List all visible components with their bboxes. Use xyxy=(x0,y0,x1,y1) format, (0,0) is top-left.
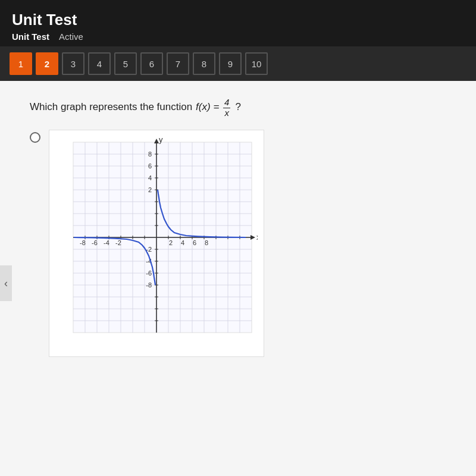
prev-arrow[interactable]: ‹ xyxy=(0,265,12,301)
content-area: ‹ Which graph represents the function f(… xyxy=(0,81,476,476)
question-text: Which graph represents the function f(x)… xyxy=(30,98,452,118)
nav-btn-6[interactable]: 6 xyxy=(140,52,163,75)
question-suffix: ? xyxy=(235,101,240,113)
question-prefix: Which graph represents the function xyxy=(30,101,192,113)
nav-btn-1[interactable]: 1 xyxy=(10,52,32,75)
svg-text:8: 8 xyxy=(148,151,152,158)
svg-marker-34 xyxy=(154,139,159,143)
svg-text:4: 4 xyxy=(181,239,184,246)
nav-btn-4[interactable]: 4 xyxy=(88,52,111,75)
page-title: Unit Test xyxy=(12,11,464,29)
function-label: f(x) = 4 x xyxy=(196,98,231,118)
answer-option-1: x y -8 -6 -4 -2 2 4 6 8 8 6 4 2 -2 -4 -6… xyxy=(30,130,452,357)
svg-text:2: 2 xyxy=(148,186,152,193)
nav-btn-3[interactable]: 3 xyxy=(62,52,84,75)
nav-btn-2[interactable]: 2 xyxy=(36,52,58,75)
svg-text:2: 2 xyxy=(169,239,173,246)
nav-btn-10[interactable]: 10 xyxy=(245,52,268,75)
nav-btn-8[interactable]: 8 xyxy=(193,52,215,75)
svg-text:-8: -8 xyxy=(80,239,86,246)
unit-test-label: Unit Test xyxy=(12,32,49,42)
svg-text:-2: -2 xyxy=(115,239,121,246)
nav-btn-5[interactable]: 5 xyxy=(114,52,137,75)
svg-text:6: 6 xyxy=(193,239,196,246)
nav-btn-9[interactable]: 9 xyxy=(219,52,242,75)
radio-button-1[interactable] xyxy=(30,132,40,143)
fraction: 4 x xyxy=(223,98,230,118)
svg-text:8: 8 xyxy=(205,239,208,246)
nav-btn-7[interactable]: 7 xyxy=(167,52,189,75)
y-axis-label: y xyxy=(159,136,163,144)
header-subtitle: Unit Test Active xyxy=(12,32,464,42)
svg-marker-32 xyxy=(250,235,255,240)
header: Unit Test Unit Test Active xyxy=(0,0,476,46)
graph-svg: x y -8 -6 -4 -2 2 4 6 8 8 6 4 2 -2 -4 -6… xyxy=(55,136,258,350)
svg-text:6: 6 xyxy=(148,162,152,170)
svg-text:4: 4 xyxy=(148,174,152,181)
svg-text:-6: -6 xyxy=(92,239,98,246)
svg-text:-4: -4 xyxy=(104,239,109,246)
numerator: 4 xyxy=(223,98,230,108)
question-nav: 12345678910 xyxy=(0,46,476,81)
graph-container: x y -8 -6 -4 -2 2 4 6 8 8 6 4 2 -2 -4 -6… xyxy=(49,130,264,357)
active-label: Active xyxy=(59,32,83,42)
svg-text:-8: -8 xyxy=(146,281,152,289)
denominator: x xyxy=(223,108,230,118)
svg-text:-6: -6 xyxy=(146,270,152,277)
x-axis-label: x xyxy=(256,233,258,242)
